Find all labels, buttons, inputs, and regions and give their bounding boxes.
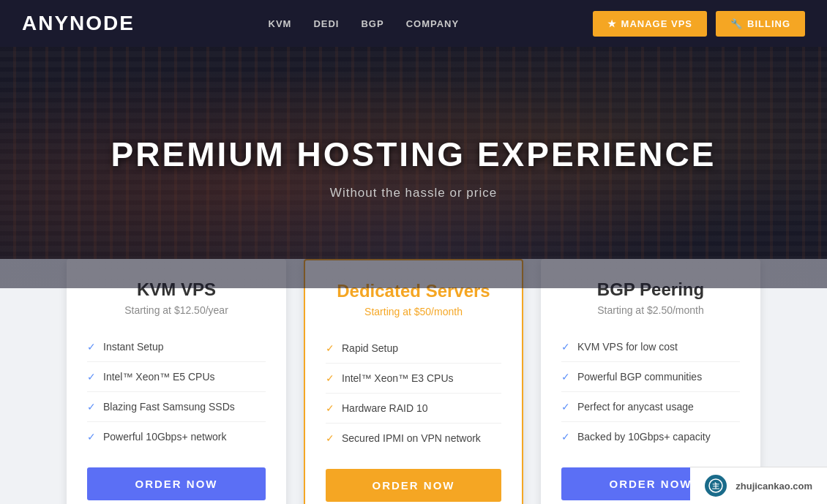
feature-text: Secured IPMI on VPN network — [342, 432, 481, 444]
list-item: ✓ Hardware RAID 10 — [326, 394, 501, 424]
list-item: ✓ KVM VPS for low cost — [561, 332, 740, 362]
list-item: ✓ Blazing Fast Samsung SSDs — [87, 392, 266, 422]
nav-dedi[interactable]: DEDI — [313, 18, 339, 29]
hero-subtitle: Without the hassle or price — [111, 186, 716, 200]
card-dedicated-price: Starting at $50/month — [326, 306, 501, 317]
list-item: ✓ Perfect for anycast usage — [561, 392, 740, 422]
feature-text: Perfect for anycast usage — [577, 401, 694, 413]
feature-text: Powerful BGP communities — [577, 371, 702, 383]
feature-text: Rapid Setup — [342, 342, 398, 354]
check-icon: ✓ — [561, 371, 570, 383]
nav-kvm[interactable]: KVM — [269, 18, 292, 29]
nav-bgp[interactable]: BGP — [361, 18, 383, 29]
billing-button[interactable]: 🔧 BILLING — [716, 11, 805, 37]
feature-text: Hardware RAID 10 — [342, 402, 428, 414]
card-bgp-price: Starting at $2.50/month — [561, 304, 740, 316]
feature-text: Powerful 10Gbps+ network — [103, 431, 226, 443]
list-item: ✓ Powerful 10Gbps+ network — [87, 422, 266, 451]
hero-content: PREMIUM HOSTING EXPERIENCE Without the h… — [111, 135, 716, 200]
footer-watermark: 主 zhujicankao.com — [690, 467, 827, 504]
card-kvm-price: Starting at $12.50/year — [87, 304, 266, 316]
nav-links: KVM DEDI BGP COMPANY — [269, 18, 460, 29]
logo: ANYNODE — [22, 12, 135, 35]
check-icon: ✓ — [561, 401, 570, 413]
card-dedicated: Dedicated Servers Starting at $50/month … — [304, 259, 523, 504]
wrench-icon: 🔧 — [730, 18, 743, 29]
check-icon: ✓ — [561, 431, 570, 443]
check-icon: ✓ — [326, 402, 334, 414]
hero-title: PREMIUM HOSTING EXPERIENCE — [111, 135, 716, 174]
list-item: ✓ Secured IPMI on VPN network — [326, 424, 501, 453]
order-kvm-button[interactable]: ORDER NOW — [87, 467, 266, 500]
check-icon: ✓ — [87, 431, 96, 443]
feature-text: Intel™ Xeon™ E3 CPUs — [342, 372, 454, 384]
feature-text: Backed by 10Gbps+ capacity — [577, 431, 711, 443]
hero-section: PREMIUM HOSTING EXPERIENCE Without the h… — [0, 47, 827, 288]
order-dedicated-button[interactable]: ORDER NOW — [326, 469, 501, 502]
star-icon: ★ — [607, 18, 617, 29]
check-icon: ✓ — [326, 342, 334, 354]
nav-company[interactable]: COMPANY — [406, 18, 459, 29]
list-item: ✓ Instant Setup — [87, 332, 266, 362]
feature-text: KVM VPS for low cost — [577, 341, 678, 353]
check-icon: ✓ — [87, 341, 96, 353]
navbar: ANYNODE KVM DEDI BGP COMPANY ★ MANAGE VP… — [0, 0, 827, 47]
feature-text: Instant Setup — [103, 341, 164, 353]
check-icon: ✓ — [87, 401, 96, 413]
check-icon: ✓ — [326, 372, 334, 384]
check-icon: ✓ — [561, 341, 570, 353]
nav-buttons: ★ MANAGE VPS 🔧 BILLING — [593, 11, 805, 37]
check-icon: ✓ — [326, 432, 334, 444]
watermark-text: zhujicankao.com — [736, 481, 812, 492]
feature-text: Intel™ Xeon™ E5 CPUs — [103, 371, 215, 383]
manage-vps-button[interactable]: ★ MANAGE VPS — [593, 11, 707, 37]
svg-text:主: 主 — [712, 482, 720, 490]
card-kvm: KVM VPS Starting at $12.50/year ✓ Instan… — [67, 259, 286, 504]
list-item: ✓ Intel™ Xeon™ E5 CPUs — [87, 362, 266, 392]
list-item: ✓ Intel™ Xeon™ E3 CPUs — [326, 364, 501, 394]
check-icon: ✓ — [87, 371, 96, 383]
watermark-logo: 主 — [705, 475, 727, 497]
list-item: ✓ Backed by 10Gbps+ capacity — [561, 422, 740, 451]
feature-text: Blazing Fast Samsung SSDs — [103, 401, 235, 413]
list-item: ✓ Powerful BGP communities — [561, 362, 740, 392]
list-item: ✓ Rapid Setup — [326, 334, 501, 364]
